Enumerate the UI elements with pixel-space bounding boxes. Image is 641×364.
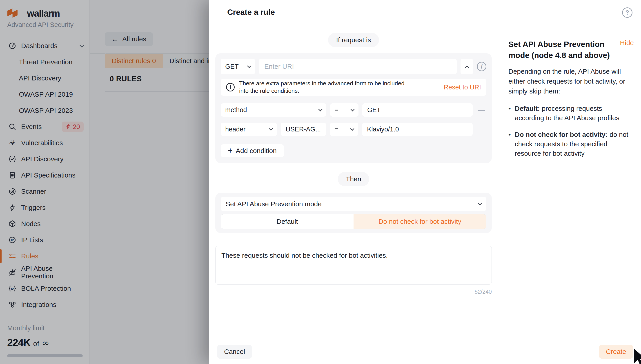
mode-toggle: Default Do not check for bot activity [221,214,486,229]
condition-field-value: header [225,126,246,133]
uri-input[interactable] [259,59,457,74]
http-method-value: GET [225,63,239,70]
condition-operator-value: = [335,106,338,114]
if-request-is-pill: If request is [328,33,379,47]
chevron-down-icon [247,64,251,68]
cancel-button[interactable]: Cancel [217,345,252,358]
chevron-down-icon [478,201,482,205]
chevron-down-icon [269,126,273,130]
condition-field-select[interactable]: method [221,103,326,116]
help-side-panel: Set API Abuse Prevention mode (node 4.8 … [498,25,641,339]
rule-action-value: Set API Abuse Prevention mode [226,200,322,208]
hide-panel-link[interactable]: Hide [620,39,634,47]
help-icon[interactable]: ? [622,8,632,18]
condition-operator-select[interactable]: = [330,123,358,136]
chevron-down-icon [318,107,322,111]
modal-footer: Cancel Create [209,339,641,364]
modal-header: Create a rule [209,0,641,25]
side-panel-intro: Depending on the rule, API Abuse will ei… [508,66,628,96]
condition-field-select[interactable]: header [221,123,277,136]
create-rule-modal: Create a rule ? If request is GET i ! Th… [209,0,641,364]
side-panel-title: Set API Abuse Prevention mode (node 4.8 … [508,39,616,61]
condition-value-input[interactable]: Klaviyo/1.0 [362,123,473,136]
remove-condition-button[interactable]: — [476,106,486,114]
condition-param-input[interactable]: USER-AG... [281,123,326,136]
rule-description-textarea[interactable]: These requests should not be checked for… [215,246,492,285]
bullet-icon: • [508,104,511,123]
add-condition-button[interactable]: + Add condition [221,144,284,157]
bullet-term: Default: [515,105,540,112]
remove-condition-button[interactable]: — [476,125,486,134]
alert-info-icon: ! [226,83,235,92]
bullet-item: • Default: processing requests according… [508,104,630,123]
then-pill: Then [338,172,369,186]
plus-icon: + [228,146,232,154]
create-button[interactable]: Create [599,345,633,358]
bullet-icon: • [508,130,511,158]
condition-value-input[interactable]: GET [362,103,473,116]
condition-row: header USER-AG... = Klaviyo/1.0 — [221,123,486,136]
mode-default-option[interactable]: Default [221,214,354,229]
mouse-cursor [632,348,641,364]
condition-operator-value: = [334,126,338,133]
alert-text: There are extra parameters in the advanc… [239,80,414,94]
reset-to-uri-link[interactable]: Reset to URI [444,84,481,91]
bullet-term: Do not check for bot activity: [515,131,608,138]
condition-operator-select[interactable]: = [330,103,358,116]
bullet-item: • Do not check for bot activity: do not … [508,130,630,158]
extra-parameters-alert: ! There are extra parameters in the adva… [221,79,486,96]
chevron-down-icon [350,126,354,130]
conditions-box: GET i ! There are extra parameters in th… [215,53,492,163]
modal-title: Create a rule [227,8,275,17]
side-panel-bullets: • Default: processing requests according… [508,104,634,158]
chevron-up-icon [465,66,469,70]
condition-field-value: method [225,106,247,114]
rule-form: If request is GET i ! There are extra pa… [209,25,498,339]
char-counter: 52/240 [475,288,492,295]
http-method-select[interactable]: GET [221,59,255,74]
collapse-advanced-button[interactable] [460,59,473,74]
mode-skip-option[interactable]: Do not check for bot activity [354,214,486,229]
chevron-down-icon [350,107,354,111]
rule-action-select[interactable]: Set API Abuse Prevention mode [221,197,486,211]
add-condition-label: Add condition [236,147,277,154]
info-icon[interactable]: i [477,62,486,71]
condition-row: method = GET — [221,103,486,116]
action-box: Set API Abuse Prevention mode Default Do… [215,193,492,233]
